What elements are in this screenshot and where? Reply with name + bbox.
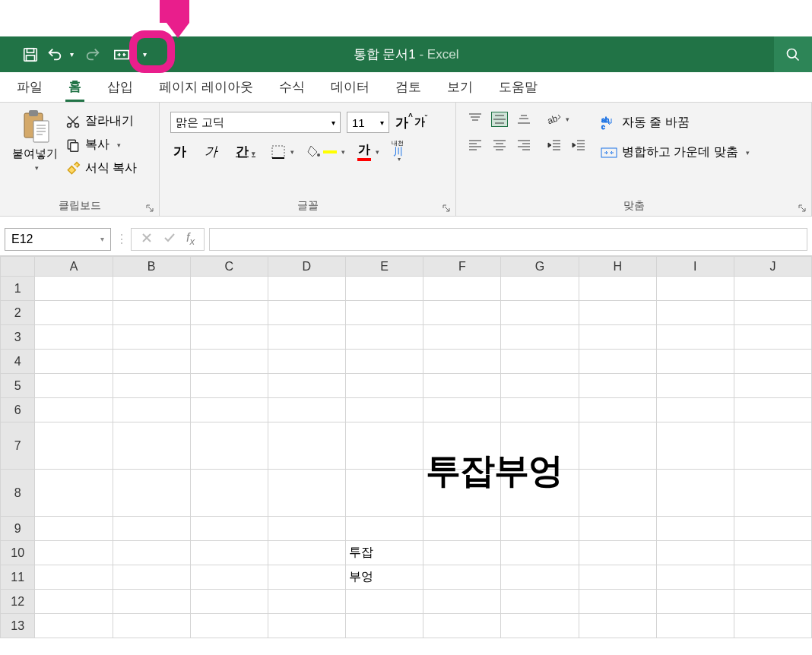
row-header[interactable]: 7	[1, 422, 35, 470]
cell[interactable]	[268, 374, 345, 398]
cell[interactable]	[734, 470, 811, 517]
cell[interactable]	[579, 398, 656, 422]
cell[interactable]	[656, 398, 734, 422]
cell[interactable]	[268, 565, 345, 590]
cell[interactable]	[268, 614, 345, 638]
cell[interactable]	[579, 422, 656, 470]
col-header[interactable]: G	[501, 257, 579, 277]
cell[interactable]: 부엉	[345, 565, 423, 590]
cell[interactable]	[113, 301, 190, 325]
cell[interactable]	[190, 422, 268, 470]
cell[interactable]	[268, 422, 345, 470]
cell[interactable]	[501, 470, 579, 517]
format-painter-button[interactable]: 서식 복사	[65, 160, 137, 176]
cell[interactable]	[35, 614, 113, 638]
tab-help[interactable]: 도움말	[496, 74, 541, 100]
tab-insert[interactable]: 삽입	[104, 74, 136, 100]
cell[interactable]	[345, 374, 423, 398]
cell[interactable]	[656, 614, 734, 638]
cell[interactable]	[734, 325, 811, 350]
cell[interactable]	[35, 565, 113, 590]
cell[interactable]	[579, 325, 656, 350]
cell[interactable]	[734, 565, 811, 590]
cell[interactable]	[190, 565, 268, 590]
cell[interactable]	[35, 350, 113, 374]
row-header[interactable]: 12	[1, 590, 35, 614]
cell[interactable]	[423, 590, 501, 614]
cell[interactable]	[734, 277, 811, 301]
tab-data[interactable]: 데이터	[328, 74, 373, 100]
cell[interactable]	[190, 541, 268, 565]
cell[interactable]	[734, 350, 811, 374]
tab-home[interactable]: 홈	[65, 73, 84, 102]
cell[interactable]	[501, 374, 579, 398]
align-center-button[interactable]	[491, 138, 508, 153]
search-button[interactable]	[774, 36, 812, 72]
cell[interactable]	[113, 398, 190, 422]
cell[interactable]	[35, 541, 113, 565]
cell[interactable]	[190, 517, 268, 541]
increase-indent-button[interactable]	[570, 138, 587, 153]
cut-button[interactable]: 잘라내기	[65, 113, 137, 129]
cell[interactable]	[501, 277, 579, 301]
cell[interactable]	[190, 590, 268, 614]
cancel-formula-button[interactable]	[141, 232, 153, 247]
tab-review[interactable]: 검토	[392, 74, 424, 100]
cell[interactable]	[190, 277, 268, 301]
cell[interactable]	[268, 325, 345, 350]
cell[interactable]	[113, 517, 190, 541]
cell[interactable]	[423, 470, 501, 517]
row-header[interactable]: 6	[1, 398, 35, 422]
cell[interactable]	[345, 614, 423, 638]
cell[interactable]	[35, 301, 113, 325]
cell[interactable]	[423, 422, 501, 470]
row-header[interactable]: 5	[1, 374, 35, 398]
cell[interactable]	[345, 422, 423, 470]
align-top-button[interactable]	[467, 112, 484, 127]
cell[interactable]	[501, 541, 579, 565]
dialog-launcher-icon[interactable]	[442, 202, 452, 213]
cell[interactable]	[579, 374, 656, 398]
col-header[interactable]: C	[190, 257, 268, 277]
row-header[interactable]: 13	[1, 614, 35, 638]
wrap-text-button[interactable]: abc 자동 줄 바꿈	[601, 115, 750, 131]
cell[interactable]	[579, 517, 656, 541]
row-header[interactable]: 4	[1, 350, 35, 374]
cell[interactable]	[190, 325, 268, 350]
col-header[interactable]: A	[35, 257, 113, 277]
cell[interactable]	[501, 301, 579, 325]
cell[interactable]	[113, 350, 190, 374]
cell[interactable]	[113, 614, 190, 638]
cell[interactable]	[579, 277, 656, 301]
cell[interactable]	[579, 614, 656, 638]
cell[interactable]	[734, 517, 811, 541]
undo-dropdown-icon[interactable]: ▾	[70, 50, 78, 59]
cell[interactable]	[345, 517, 423, 541]
align-bottom-button[interactable]	[515, 112, 532, 127]
cell[interactable]	[190, 301, 268, 325]
cell[interactable]	[190, 350, 268, 374]
row-header[interactable]: 1	[1, 277, 35, 301]
align-middle-button[interactable]	[491, 112, 508, 127]
cell[interactable]	[35, 422, 113, 470]
cell[interactable]	[35, 517, 113, 541]
select-all-corner[interactable]	[1, 257, 35, 277]
cell[interactable]	[656, 350, 734, 374]
align-right-button[interactable]	[515, 138, 532, 153]
cell[interactable]	[734, 422, 811, 470]
col-header[interactable]: H	[579, 257, 656, 277]
cell[interactable]	[423, 301, 501, 325]
row-header[interactable]: 9	[1, 517, 35, 541]
dialog-launcher-icon[interactable]	[145, 202, 156, 213]
cell[interactable]	[734, 398, 811, 422]
merge-center-icon[interactable]	[113, 46, 131, 64]
row-header[interactable]: 2	[1, 301, 35, 325]
cell[interactable]	[656, 301, 734, 325]
cell[interactable]	[501, 398, 579, 422]
cell[interactable]	[268, 590, 345, 614]
cell[interactable]	[579, 470, 656, 517]
cell[interactable]: 투잡	[345, 541, 423, 565]
cell[interactable]	[423, 325, 501, 350]
row-header[interactable]: 10	[1, 541, 35, 565]
cell[interactable]	[268, 541, 345, 565]
